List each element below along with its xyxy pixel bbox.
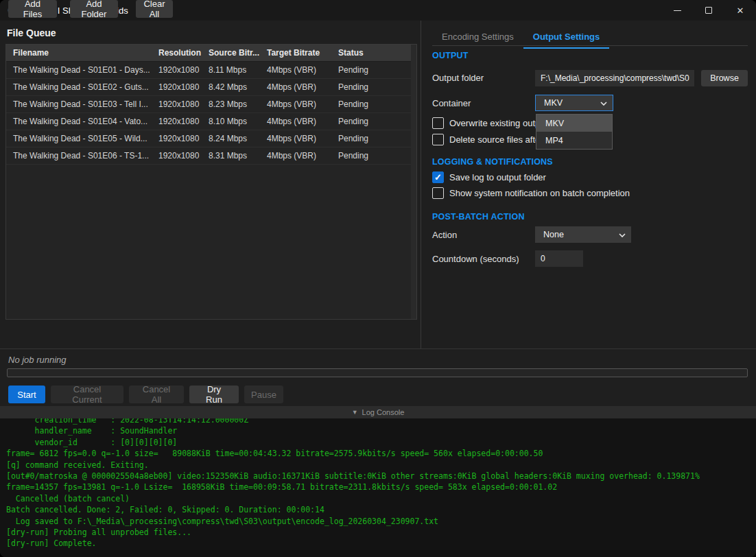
cell-target-bitrate: 4Mbps (VBR) (267, 65, 338, 75)
cell-status: Pending (338, 117, 416, 126)
cell-source-bitrate: 8.10 Mbps (209, 117, 267, 126)
container-selected-value: MKV (544, 98, 563, 108)
overwrite-checkbox[interactable] (432, 117, 444, 129)
output-folder-input[interactable]: F:\_Media\_processing\compress\twd\S0 (535, 70, 694, 86)
action-select[interactable]: None (535, 226, 631, 243)
dry-run-button[interactable]: Dry Run (189, 386, 239, 403)
cell-source-bitrate: 8.23 Mbps (209, 99, 267, 109)
progress-bar (7, 368, 748, 377)
col-status: Status (338, 48, 416, 58)
close-button[interactable]: ✕ (724, 0, 756, 21)
add-folder-button[interactable]: Add Folder (70, 0, 118, 18)
cell-target-bitrate: 4Mbps (VBR) (267, 99, 338, 109)
col-target-bitrate: Target Bitrate (267, 48, 338, 58)
status-divider (0, 348, 756, 349)
cell-target-bitrate: 4Mbps (VBR) (267, 134, 338, 143)
tab-separator (432, 45, 748, 46)
maximize-button[interactable] (693, 0, 724, 21)
check-icon: ✓ (434, 172, 442, 182)
notify-checkbox[interactable] (432, 187, 444, 199)
log-line: Log saved to F:\_Media\_processing\compr… (6, 516, 756, 527)
cell-status: Pending (338, 151, 416, 161)
table-row[interactable]: The Walking Dead - S01E05 - Wild... 1920… (6, 130, 416, 147)
start-button[interactable]: Start (8, 386, 45, 403)
dropdown-option-mp4[interactable]: MP4 (536, 132, 612, 149)
cell-status: Pending (338, 65, 416, 75)
pause-button[interactable]: Pause (244, 386, 283, 403)
save-log-checkbox[interactable]: ✓ (432, 171, 444, 183)
col-resolution: Resolution (158, 48, 209, 58)
table-header: Filename Resolution Source Bitr... Targe… (6, 45, 416, 62)
container-label: Container (432, 98, 471, 108)
log-console-header[interactable]: ▼ Log Console (0, 406, 756, 418)
table-scrollbar[interactable] (411, 45, 416, 319)
cell-status: Pending (338, 99, 416, 109)
container-select[interactable]: MKV (535, 95, 613, 111)
output-folder-label: Output folder (432, 73, 484, 83)
dropdown-option-mkv[interactable]: MKV (536, 115, 612, 132)
panel-divider (421, 21, 421, 348)
delete-source-checkbox[interactable] (432, 134, 444, 145)
cell-filename: The Walking Dead - S01E01 - Days... (6, 65, 158, 75)
table-row[interactable]: The Walking Dead - S01E01 - Days... 1920… (6, 62, 416, 79)
cell-source-bitrate: 8.24 Mbps (209, 134, 267, 143)
cell-resolution: 1920x1080 (158, 65, 209, 75)
action-label: Action (432, 230, 457, 240)
overwrite-label: Overwrite existing output (449, 118, 547, 128)
job-status-text: No job running (8, 355, 67, 365)
cell-filename: The Walking Dead - S01E04 - Vato... (6, 117, 158, 126)
maximize-icon (705, 7, 712, 14)
cell-target-bitrate: 4Mbps (VBR) (267, 117, 338, 126)
cancel-all-button[interactable]: Cancel All (129, 386, 184, 403)
container-dropdown-list: MKV MP4 (536, 114, 613, 150)
table-row[interactable]: The Walking Dead - S01E03 - Tell I... 19… (6, 96, 416, 113)
settings-panel: Encoding Settings Output Settings OUTPUT… (424, 21, 756, 348)
browse-button[interactable]: Browse (701, 70, 748, 86)
log-line: [dry-run] Probing all unprobed files... (6, 527, 756, 538)
log-line: [dry-run] Complete. (6, 538, 756, 549)
cell-filename: The Walking Dead - S01E05 - Wild... (6, 134, 158, 143)
cell-filename: The Walking Dead - S01E02 - Guts... (6, 82, 158, 92)
cell-resolution: 1920x1080 (158, 82, 209, 92)
file-queue-title: File Queue (7, 27, 56, 38)
countdown-input[interactable]: 0 (535, 250, 583, 267)
action-selected-value: None (543, 230, 564, 239)
notify-label: Show system notification on batch comple… (449, 188, 630, 198)
cell-target-bitrate: 4Mbps (VBR) (267, 82, 338, 92)
cell-source-bitrate: 8.42 Mbps (209, 82, 267, 92)
log-console-output[interactable]: creation_time : 2022-08-13T14:14:12.0000… (0, 418, 756, 557)
file-queue-table: Filename Resolution Source Bitr... Targe… (5, 44, 417, 320)
output-section-header: OUTPUT (432, 51, 469, 60)
app-window: Honey, I Shrunk The Vids ✕ File Queue Fi… (0, 0, 756, 557)
log-line: Batch cancelled. Done: 2, Failed: 0, Ski… (6, 504, 756, 515)
cell-filename: The Walking Dead - S01E06 - TS-1... (6, 151, 158, 161)
postbatch-section-header: POST-BATCH ACTION (432, 212, 525, 222)
table-row[interactable]: The Walking Dead - S01E02 - Guts... 1920… (6, 79, 416, 96)
log-line: handler_name : SoundHandler (6, 425, 756, 436)
save-log-label: Save log to output folder (449, 172, 546, 182)
cell-filename: The Walking Dead - S01E03 - Tell I... (6, 99, 158, 109)
chevron-down-icon (600, 98, 607, 108)
minimize-button[interactable] (661, 0, 693, 21)
cell-source-bitrate: 8.11 Mbps (209, 65, 267, 75)
col-source-bitrate: Source Bitr... (209, 48, 267, 58)
log-line: [q] command received. Exiting. (6, 460, 756, 471)
logging-section-header: LOGGING & NOTIFICATIONS (432, 157, 553, 167)
cancel-current-button[interactable]: Cancel Current (51, 386, 123, 403)
cell-resolution: 1920x1080 (158, 99, 209, 109)
log-line: vendor_id : [0][0][0][0] (6, 437, 756, 448)
cell-resolution: 1920x1080 (158, 134, 209, 143)
log-console-title: Log Console (362, 408, 405, 416)
cell-resolution: 1920x1080 (158, 117, 209, 126)
collapse-triangle-icon: ▼ (352, 409, 358, 416)
log-line: [out#0/matroska @ 0000025504a8eb00] vide… (6, 471, 756, 482)
log-line: Cancelled (batch cancel) (6, 493, 756, 504)
clear-all-button[interactable]: Clear All (136, 0, 173, 18)
cell-target-bitrate: 4Mbps (VBR) (267, 151, 338, 161)
table-row[interactable]: The Walking Dead - S01E04 - Vato... 1920… (6, 113, 416, 130)
cell-resolution: 1920x1080 (158, 151, 209, 161)
cell-status: Pending (338, 134, 416, 143)
log-line: creation_time : 2022-08-13T14:14:12.0000… (6, 418, 756, 425)
table-row[interactable]: The Walking Dead - S01E06 - TS-1... 1920… (6, 147, 416, 165)
add-files-button[interactable]: Add Files (8, 0, 57, 18)
